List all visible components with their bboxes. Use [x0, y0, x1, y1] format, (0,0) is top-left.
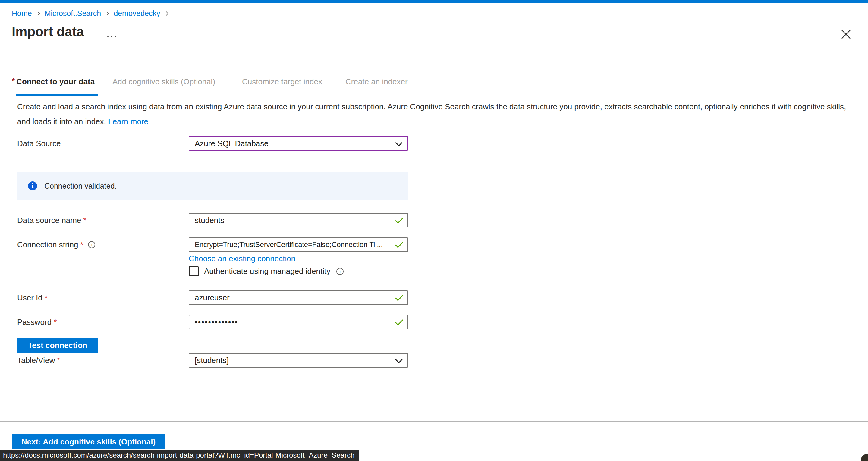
info-icon — [28, 181, 37, 190]
managed-identity-checkbox[interactable] — [189, 266, 198, 276]
learn-more-link[interactable]: Learn more — [108, 117, 148, 126]
ellipsis-icon — [111, 36, 113, 37]
connection-string-control: Encrypt=True;TrustServerCertificate=Fals… — [189, 238, 408, 252]
footer-divider — [0, 421, 868, 422]
test-connection-button[interactable]: Test connection — [17, 338, 98, 353]
password-input[interactable]: ••••••••••••• — [189, 315, 408, 329]
table-view-value: [students] — [195, 356, 229, 365]
table-view-label: Table/View * — [17, 356, 189, 365]
connection-validated-banner: Connection validated. — [17, 172, 408, 200]
import-data-page: { "colors": { "accent_blue": "#0078d4", … — [0, 0, 868, 461]
table-view-select[interactable]: [students] — [189, 353, 408, 368]
required-asterisk: * — [80, 240, 83, 249]
data-source-control: Azure SQL Database — [189, 136, 408, 151]
breadcrumb-home[interactable]: Home — [12, 9, 32, 18]
info-tooltip-icon[interactable] — [336, 268, 344, 275]
user-id-row: User Id * azureuser — [17, 290, 408, 305]
tab-customize-target-index[interactable]: Customize target index — [242, 77, 322, 87]
tab-label: Add cognitive skills (Optional) — [113, 77, 215, 86]
label-text: Data Source — [17, 139, 61, 148]
ellipsis-icon — [115, 36, 116, 37]
context-menu-button[interactable] — [105, 34, 118, 39]
close-icon — [839, 27, 853, 41]
label-text: Connection string — [17, 240, 78, 249]
connection-string-row: Connection string * Encrypt=True;TrustSe… — [17, 238, 408, 252]
breadcrumb: Home Microsoft.Search demovedecky — [12, 9, 173, 18]
data-source-name-value: students — [195, 216, 224, 225]
managed-identity-row: Authenticate using managed identity — [189, 266, 344, 276]
choose-existing-connection-link[interactable]: Choose an existing connection — [189, 254, 296, 263]
required-asterisk: * — [54, 317, 57, 327]
next-button[interactable]: Next: Add cognitive skills (Optional) — [12, 434, 165, 449]
label-text: Table/View — [17, 356, 55, 365]
status-bar-url: https://docs.microsoft.com/azure/search/… — [0, 450, 359, 461]
close-button[interactable] — [839, 27, 853, 41]
breadcrumb-microsoft-search[interactable]: Microsoft.Search — [44, 9, 101, 18]
label-text: User Id — [17, 293, 42, 303]
tab-label: Create an indexer — [345, 77, 408, 86]
required-asterisk: * — [57, 356, 60, 365]
table-view-row: Table/View * [students] — [17, 353, 408, 368]
user-id-label: User Id * — [17, 293, 189, 303]
data-source-label: Data Source — [17, 139, 189, 148]
tab-connect-to-your-data[interactable]: *Connect to your data — [12, 77, 95, 87]
breadcrumb-chevron-icon — [105, 11, 109, 16]
tab-label: Customize target index — [242, 77, 322, 86]
table-view-control: [students] — [189, 353, 408, 368]
info-tooltip-icon[interactable] — [88, 241, 95, 248]
page-title: Import data — [12, 24, 84, 39]
data-source-name-control: students — [189, 213, 408, 227]
required-asterisk: * — [83, 216, 86, 225]
breadcrumb-chevron-icon — [164, 11, 168, 16]
ellipsis-icon — [107, 36, 109, 37]
bottom-right-overlay-corner — [861, 454, 868, 461]
data-source-select[interactable]: Azure SQL Database — [189, 136, 408, 151]
top-accent-bar — [0, 0, 868, 3]
banner-message: Connection validated. — [44, 182, 117, 190]
data-source-row: Data Source Azure SQL Database — [17, 136, 408, 151]
data-source-name-row: Data source name * students — [17, 213, 408, 227]
password-control: ••••••••••••• — [189, 315, 408, 329]
managed-identity-label: Authenticate using managed identity — [204, 267, 330, 276]
data-source-value: Azure SQL Database — [195, 139, 269, 148]
breadcrumb-chevron-icon — [36, 11, 40, 16]
password-row: Password * ••••••••••••• — [17, 315, 408, 329]
user-id-control: azureuser — [189, 290, 408, 305]
label-text: Password — [17, 317, 52, 327]
required-asterisk: * — [12, 76, 15, 86]
password-label: Password * — [17, 317, 189, 327]
connection-string-label: Connection string * — [17, 240, 189, 249]
breadcrumb-demovedecky[interactable]: demovedecky — [114, 9, 160, 18]
user-id-value: azureuser — [195, 293, 230, 303]
required-asterisk: * — [44, 293, 48, 303]
description-text: Create and load a search index using dat… — [17, 99, 858, 129]
tab-create-an-indexer[interactable]: Create an indexer — [345, 77, 408, 87]
label-text: Data source name — [17, 216, 81, 225]
active-tab-underline — [16, 94, 98, 95]
tab-add-cognitive-skills[interactable]: Add cognitive skills (Optional) — [113, 77, 215, 87]
connection-string-value: Encrypt=True;TrustServerCertificate=Fals… — [195, 241, 383, 249]
password-masked-value: ••••••••••••• — [195, 317, 238, 327]
tab-label: Connect to your data — [16, 77, 95, 86]
data-source-name-input[interactable]: students — [189, 213, 408, 227]
connection-string-input[interactable]: Encrypt=True;TrustServerCertificate=Fals… — [189, 238, 408, 252]
user-id-input[interactable]: azureuser — [189, 290, 408, 305]
data-source-name-label: Data source name * — [17, 216, 189, 225]
